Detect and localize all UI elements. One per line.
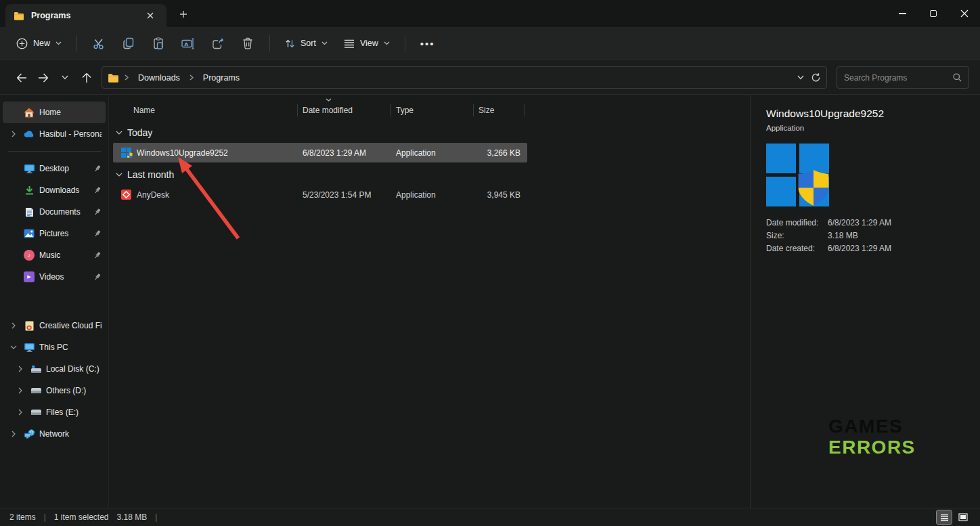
- sidebar-item-creative-cloud-files[interactable]: Creative Cloud Files: [3, 315, 106, 336]
- group-header-last-month[interactable]: Last month: [113, 165, 750, 185]
- chevron-right-icon[interactable]: [18, 409, 22, 416]
- forward-button[interactable]: [32, 67, 54, 89]
- view-button-label: View: [360, 39, 378, 48]
- music-icon: ♪: [23, 250, 35, 261]
- sidebar-item-others-d[interactable]: Others (D:): [9, 380, 106, 401]
- column-header-date-modified[interactable]: Date modified: [297, 100, 391, 120]
- sidebar-item-onedrive[interactable]: Hasibul - Personal: [3, 123, 106, 145]
- property-value: 6/8/2023 1:29 AM: [828, 218, 980, 227]
- selection-size: 3.18 MB: [117, 512, 148, 522]
- disk-icon: [30, 387, 42, 394]
- column-header-size[interactable]: Size: [473, 100, 525, 120]
- column-header-name[interactable]: Name: [113, 100, 297, 120]
- sidebar-item-downloads[interactable]: Downloads: [3, 179, 106, 201]
- pin-icon: [93, 186, 102, 194]
- tab-label: Programs: [31, 11, 135, 20]
- refresh-icon[interactable]: [811, 72, 821, 83]
- search-input[interactable]: [844, 73, 953, 83]
- cut-button[interactable]: [85, 32, 112, 55]
- new-button[interactable]: New: [9, 33, 68, 54]
- chevron-right-icon[interactable]: [18, 387, 22, 394]
- file-row-anydesk[interactable]: AnyDesk 5/23/2023 1:54 PM Application 3,…: [113, 185, 527, 204]
- sidebar-item-label: Videos: [39, 272, 89, 282]
- column-header-type[interactable]: Type: [391, 100, 473, 120]
- details-view-toggle[interactable]: [937, 510, 952, 524]
- arrow-up-icon: [82, 72, 91, 83]
- sidebar-item-local-disk-c[interactable]: Local Disk (C:): [9, 358, 106, 380]
- network-icon: [23, 429, 35, 439]
- documents-icon: [23, 207, 35, 217]
- file-date-modified: 6/8/2023 1:29 AM: [297, 148, 391, 158]
- sidebar-item-network[interactable]: Network: [3, 423, 106, 445]
- rename-button[interactable]: A: [175, 32, 202, 55]
- new-tab-button[interactable]: [175, 6, 192, 22]
- thumbnail-view-toggle[interactable]: [956, 510, 971, 524]
- disk-windows-icon: [30, 365, 42, 374]
- sidebar-item-documents[interactable]: Documents: [3, 201, 106, 223]
- chevron-down-icon: [116, 173, 122, 177]
- address-bar-row: Downloads Programs: [0, 61, 980, 95]
- chevron-right-icon[interactable]: [12, 431, 16, 437]
- disk-icon: [30, 409, 42, 416]
- recent-locations-button[interactable]: [54, 67, 76, 89]
- paste-button[interactable]: [145, 32, 172, 55]
- thumbnail-view-icon: [958, 513, 968, 521]
- copy-icon: [122, 37, 135, 49]
- up-button[interactable]: [76, 67, 97, 89]
- sidebar-item-home[interactable]: Home: [3, 102, 106, 123]
- toolbar-divider: [405, 35, 405, 51]
- breadcrumb-chevron-icon: [190, 74, 194, 81]
- sidebar-item-label: This PC: [39, 343, 102, 352]
- videos-icon: ▶: [23, 271, 35, 282]
- delete-button[interactable]: [234, 32, 261, 55]
- sort-arrows-icon: [285, 39, 295, 49]
- group-header-today[interactable]: Today: [113, 123, 750, 143]
- minimize-button[interactable]: [887, 0, 918, 27]
- games-errors-watermark: GAMES ERRORS: [828, 416, 916, 458]
- sidebar-item-label: Downloads: [39, 185, 89, 195]
- sidebar-item-pictures[interactable]: Pictures: [3, 223, 106, 244]
- sidebar-item-files-e[interactable]: Files (E:): [9, 401, 106, 423]
- file-type: Application: [391, 190, 473, 200]
- view-lines-icon: [344, 39, 355, 48]
- back-button[interactable]: [11, 67, 32, 89]
- details-subtitle: Application: [766, 124, 980, 132]
- property-value: 6/8/2023 1:29 AM: [828, 244, 980, 253]
- search-box[interactable]: [837, 66, 969, 89]
- tab-programs[interactable]: Programs: [5, 4, 166, 27]
- pin-icon: [93, 165, 102, 173]
- tab-close-icon[interactable]: [142, 7, 158, 24]
- share-button[interactable]: [204, 32, 231, 55]
- chevron-down-icon[interactable]: [10, 345, 17, 349]
- file-size: 3,266 KB: [473, 148, 525, 158]
- sidebar-item-label: Home: [39, 108, 102, 117]
- file-type: Application: [391, 148, 473, 158]
- view-button[interactable]: View: [337, 34, 397, 53]
- sidebar-item-label: Hasibul - Personal: [39, 129, 102, 139]
- chevron-right-icon[interactable]: [12, 131, 16, 137]
- selection-count: 1 item selected: [54, 512, 109, 522]
- file-row-windows10upgrade9252[interactable]: Windows10Upgrade9252 6/8/2023 1:29 AM Ap…: [113, 143, 527, 162]
- maximize-button[interactable]: [918, 0, 949, 27]
- sidebar-item-this-pc[interactable]: This PC: [3, 336, 106, 358]
- command-bar: New A Sort: [0, 27, 980, 60]
- copy-button[interactable]: [115, 32, 142, 55]
- sidebar-item-music[interactable]: ♪ Music: [3, 244, 106, 266]
- property-value: 3.18 MB: [828, 231, 980, 240]
- search-icon[interactable]: [953, 73, 962, 82]
- address-dropdown-icon[interactable]: [797, 75, 804, 80]
- chevron-right-icon[interactable]: [18, 366, 22, 372]
- sidebar-item-videos[interactable]: ▶ Videos: [3, 266, 106, 288]
- breadcrumb-programs[interactable]: Programs: [199, 71, 244, 85]
- desktop-icon: [23, 164, 35, 173]
- close-button[interactable]: [949, 0, 980, 27]
- address-bar[interactable]: Downloads Programs: [102, 66, 827, 89]
- sidebar-item-desktop[interactable]: Desktop: [3, 158, 106, 179]
- sidebar-divider: [8, 151, 102, 152]
- breadcrumb-downloads[interactable]: Downloads: [134, 71, 184, 85]
- sort-button[interactable]: Sort: [278, 34, 334, 53]
- home-icon: [23, 108, 35, 118]
- more-options-button[interactable]: •••: [414, 38, 442, 49]
- chevron-right-icon[interactable]: [12, 322, 16, 329]
- this-pc-icon: [23, 343, 35, 352]
